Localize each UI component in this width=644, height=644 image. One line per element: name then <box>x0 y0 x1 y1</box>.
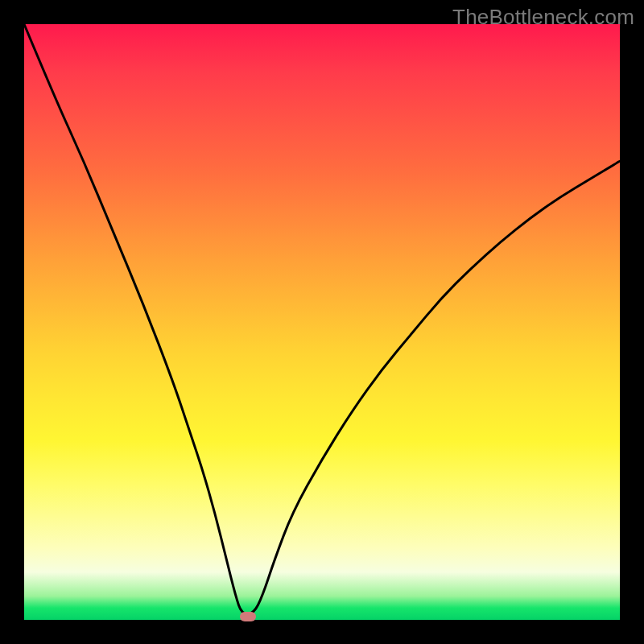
chart-frame: TheBottleneck.com <box>0 0 644 644</box>
plot-area <box>24 24 620 620</box>
curve-svg <box>24 24 620 620</box>
optimal-marker <box>240 612 256 621</box>
bottleneck-curve <box>24 24 620 614</box>
